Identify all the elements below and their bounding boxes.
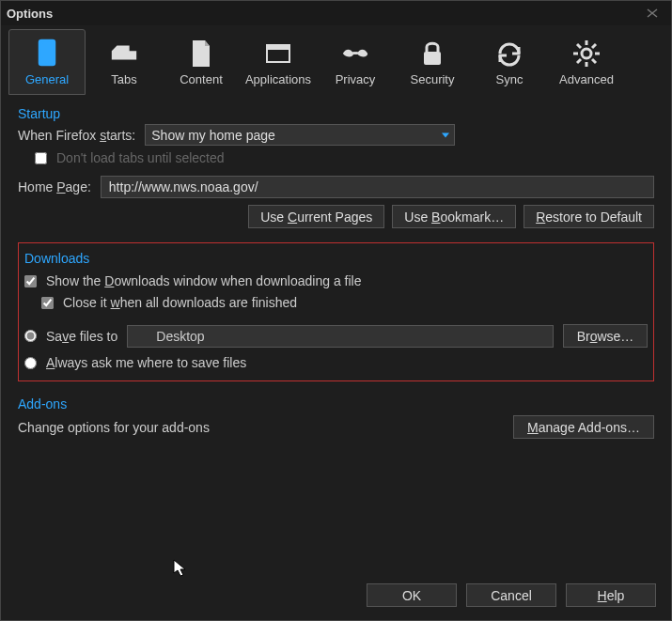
general-icon <box>32 39 62 69</box>
save-files-to-label: Save files to <box>46 329 117 344</box>
addons-section: Add-ons Change options for your add-ons … <box>18 396 654 440</box>
cancel-button[interactable]: Cancel <box>466 583 556 607</box>
show-downloads-label: Show the Downloads window when downloadi… <box>46 273 361 288</box>
sync-icon <box>494 39 524 69</box>
when-starts-label: When Firefox starts: <box>18 128 135 143</box>
tab-tabs-label: Tabs <box>111 72 136 86</box>
startup-title: Startup <box>18 106 654 123</box>
svg-rect-6 <box>424 52 441 65</box>
downloads-title: Downloads <box>24 251 648 268</box>
manage-addons-button[interactable]: Manage Add-ons… <box>513 415 654 439</box>
content-icon <box>186 39 216 69</box>
ok-button[interactable]: OK <box>367 583 457 607</box>
close-downloads-label: Close it when all downloads are finished <box>63 295 297 310</box>
svg-line-14 <box>577 59 581 63</box>
security-icon <box>417 39 447 69</box>
category-tabs: General Tabs Content Applications Privac… <box>1 25 671 95</box>
svg-rect-5 <box>352 52 358 54</box>
always-ask-radio[interactable] <box>24 357 37 369</box>
tab-content[interactable]: Content <box>163 29 240 95</box>
gear-icon <box>571 39 602 69</box>
downloads-section: Downloads Show the Downloads window when… <box>18 242 654 381</box>
svg-line-15 <box>592 44 596 48</box>
startup-section: Startup When Firefox starts: Show my hom… <box>18 106 654 229</box>
tab-advanced-label: Advanced <box>559 72 614 86</box>
svg-point-7 <box>582 49 591 58</box>
tabs-icon <box>109 39 139 69</box>
close-icon[interactable] <box>639 5 665 22</box>
tab-applications-label: Applications <box>245 72 311 86</box>
home-page-label: Home Page: <box>18 179 91 194</box>
tab-content-label: Content <box>180 72 223 86</box>
use-bookmark-button[interactable]: Use Bookmark… <box>392 205 516 228</box>
svg-rect-4 <box>267 45 289 50</box>
save-files-to-radio[interactable] <box>24 330 37 342</box>
privacy-icon <box>340 39 370 69</box>
when-starts-select[interactable]: Show my home page <box>145 124 455 146</box>
options-window: Options General Tabs Content <box>0 0 672 621</box>
dialog-footer: OK Cancel Help <box>1 574 671 620</box>
tab-security-label: Security <box>411 72 455 86</box>
window-controls <box>639 5 665 22</box>
titlebar: Options <box>1 1 671 25</box>
save-path-field[interactable]: Desktop <box>127 325 554 348</box>
general-panel: Startup When Firefox starts: Show my hom… <box>1 95 671 574</box>
addons-desc: Change options for your add-ons <box>18 420 210 435</box>
tab-general[interactable]: General <box>8 29 86 95</box>
svg-line-12 <box>577 44 581 48</box>
use-current-pages-button[interactable]: Use Current Pages <box>248 205 384 228</box>
help-button[interactable]: Help <box>566 583 656 607</box>
svg-point-2 <box>46 60 49 63</box>
tab-sync-label: Sync <box>496 72 524 86</box>
tab-privacy-label: Privacy <box>336 72 376 86</box>
tab-security[interactable]: Security <box>394 29 471 95</box>
browse-button[interactable]: Browse… <box>563 324 648 348</box>
tab-advanced[interactable]: Advanced <box>548 29 625 95</box>
tab-tabs[interactable]: Tabs <box>86 29 163 95</box>
restore-default-button[interactable]: Restore to Default <box>524 205 654 228</box>
tab-general-label: General <box>25 72 69 86</box>
show-downloads-checkbox[interactable] <box>24 275 37 287</box>
svg-line-13 <box>592 59 596 63</box>
dont-load-tabs-checkbox[interactable] <box>35 152 47 164</box>
close-downloads-checkbox[interactable] <box>41 297 54 309</box>
applications-icon <box>263 39 293 69</box>
dont-load-tabs-label: Don't load tabs until selected <box>56 150 225 165</box>
home-page-input[interactable] <box>101 176 654 198</box>
always-ask-label: Always ask me where to save files <box>46 355 246 370</box>
tab-privacy[interactable]: Privacy <box>317 29 394 95</box>
tab-applications[interactable]: Applications <box>240 29 317 95</box>
addons-title: Add-ons <box>18 396 654 413</box>
tab-sync[interactable]: Sync <box>471 29 548 95</box>
svg-rect-1 <box>42 43 52 58</box>
window-title: Options <box>7 7 53 21</box>
